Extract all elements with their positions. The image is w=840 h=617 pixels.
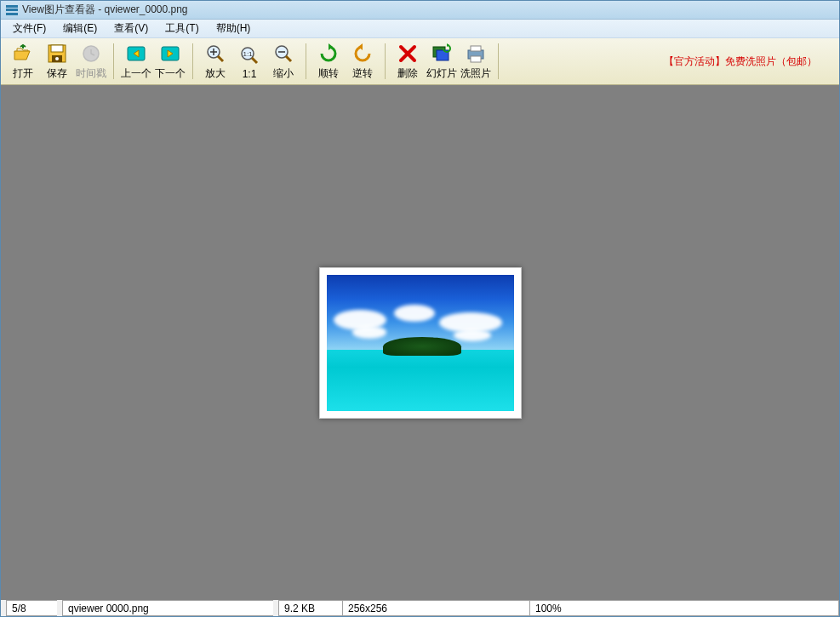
menu-file[interactable]: 文件(F) <box>4 20 54 37</box>
zoom-in-label: 放大 <box>205 66 226 81</box>
menu-view[interactable]: 查看(V) <box>106 20 157 37</box>
next-arrow-icon <box>160 43 180 64</box>
timestamp-label: 时间戳 <box>76 66 106 81</box>
slideshow-button[interactable]: 幻灯片 <box>425 40 459 83</box>
prev-arrow-icon <box>126 43 146 64</box>
svg-rect-1 <box>51 45 63 52</box>
zoom-out-button[interactable]: 缩小 <box>266 40 300 83</box>
actual-size-icon: 1:1 <box>239 45 260 66</box>
rotate-ccw-icon <box>352 43 373 64</box>
image-frame <box>319 267 522 419</box>
timestamp-icon <box>81 43 101 64</box>
image-viewport[interactable] <box>1 85 839 600</box>
status-filesize: 9.2 KB <box>278 600 342 616</box>
open-folder-icon <box>13 43 33 64</box>
toolbar: 打开 保存 时间戳 上一个 下一个 <box>1 38 839 85</box>
delete-label: 删除 <box>397 66 418 81</box>
rotate-cw-icon <box>318 43 339 64</box>
rotate-cw-button[interactable]: 顺转 <box>311 40 346 83</box>
status-filename: qviewer 0000.png <box>62 600 273 616</box>
svg-point-3 <box>55 57 59 60</box>
delete-x-icon <box>397 43 418 64</box>
separator <box>192 43 193 79</box>
save-floppy-icon <box>47 43 67 64</box>
menu-edit[interactable]: 编辑(E) <box>54 20 106 37</box>
save-label: 保存 <box>47 66 67 81</box>
svg-text:1:1: 1:1 <box>243 50 253 58</box>
actual-size-button[interactable]: 1:1 1:1 <box>232 40 266 83</box>
next-button[interactable]: 下一个 <box>153 40 187 83</box>
print-button[interactable]: 洗照片 <box>459 40 493 83</box>
actual-size-label: 1:1 <box>243 68 257 80</box>
rotate-ccw-label: 逆转 <box>352 66 373 81</box>
separator <box>385 43 386 79</box>
print-label: 洗照片 <box>460 66 491 81</box>
save-button[interactable]: 保存 <box>40 40 74 83</box>
rotate-cw-label: 顺转 <box>318 66 339 81</box>
zoom-out-label: 缩小 <box>273 66 294 81</box>
delete-button[interactable]: 删除 <box>391 40 425 83</box>
prev-label: 上一个 <box>121 66 151 81</box>
separator <box>306 43 306 79</box>
menu-tools[interactable]: 工具(T) <box>157 20 207 37</box>
displayed-image <box>327 275 514 411</box>
rotate-ccw-button[interactable]: 逆转 <box>346 40 380 83</box>
svg-rect-14 <box>471 46 481 51</box>
separator <box>498 43 499 79</box>
timestamp-button[interactable]: 时间戳 <box>74 40 108 83</box>
zoom-in-icon <box>205 43 226 64</box>
menubar: 文件(F) 编辑(E) 查看(V) 工具(T) 帮助(H) <box>1 20 839 38</box>
slideshow-icon <box>431 43 452 64</box>
slideshow-label: 幻灯片 <box>426 66 457 81</box>
status-dimensions: 256x256 <box>342 600 529 616</box>
promo-link[interactable]: 【官方活动】免费洗照片（包邮） <box>664 54 834 69</box>
app-icon <box>6 5 18 15</box>
statusbar: 5/8 qviewer 0000.png 9.2 KB 256x256 100% <box>1 600 839 616</box>
titlebar: View图片查看器 - qviewer_0000.png <box>1 1 839 20</box>
status-index: 5/8 <box>6 600 57 616</box>
next-label: 下一个 <box>155 66 186 81</box>
window-title: View图片查看器 - qviewer_0000.png <box>22 3 188 17</box>
prev-button[interactable]: 上一个 <box>119 40 153 83</box>
printer-icon <box>466 43 486 64</box>
svg-rect-15 <box>471 56 481 62</box>
zoom-out-icon <box>273 43 294 64</box>
open-label: 打开 <box>13 66 33 81</box>
menu-help[interactable]: 帮助(H) <box>208 20 260 37</box>
status-zoom: 100% <box>529 600 839 616</box>
open-button[interactable]: 打开 <box>6 40 40 83</box>
zoom-in-button[interactable]: 放大 <box>198 40 232 83</box>
separator <box>113 43 114 79</box>
